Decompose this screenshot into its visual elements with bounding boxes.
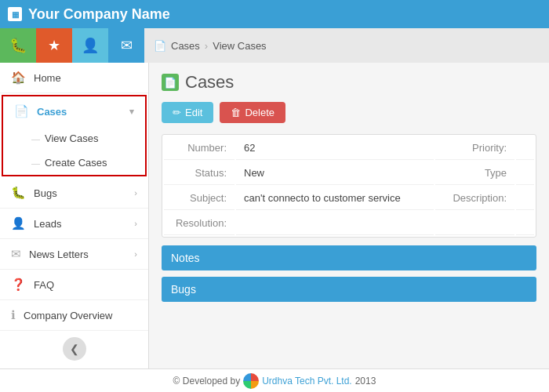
- detail-table: Number: 62 Priority: Status: New Type Su…: [162, 134, 536, 238]
- breadcrumb-page-icon: 📄: [154, 40, 166, 52]
- notes-section-header: Notes: [162, 245, 536, 270]
- number-value: 62: [236, 136, 434, 160]
- sidebar-item-home[interactable]: 🏠 Home: [0, 63, 148, 93]
- user-toolbar-icon[interactable]: 👤: [72, 28, 108, 63]
- footer: © Developed by Urdhva Tech Pvt. Ltd. 201…: [0, 368, 549, 392]
- sidebar-label-cases: Cases: [37, 106, 129, 118]
- table-row: Resolution:: [164, 212, 534, 235]
- table-row: Status: New Type: [164, 162, 534, 185]
- edit-icon: ✏: [173, 107, 181, 118]
- footer-logo: [243, 373, 259, 389]
- subject-value: can't connecto to customer service: [236, 187, 434, 210]
- cases-section: 📄 Cases ▾ View Cases Create Cases: [2, 95, 147, 176]
- breadcrumb-separator: ›: [205, 40, 208, 52]
- description-label: Description:: [435, 187, 514, 210]
- sidebar-item-view-cases[interactable]: View Cases: [3, 126, 145, 151]
- bugs-section-header: Bugs: [162, 277, 536, 302]
- sidebar-item-faq[interactable]: ❓ FAQ: [0, 270, 148, 300]
- description-value: [516, 187, 534, 210]
- sidebar-label-company-overview: Company Overview: [24, 310, 137, 321]
- bugs-icon: 🐛: [11, 186, 26, 200]
- table-row: Subject: can't connecto to customer serv…: [164, 187, 534, 210]
- resolution-label: Resolution:: [164, 212, 235, 235]
- sidebar-label-home: Home: [34, 72, 137, 84]
- subject-label: Subject:: [164, 187, 235, 210]
- star-toolbar-icon[interactable]: ★: [36, 28, 72, 63]
- main-layout: 🏠 Home 📄 Cases ▾ View Cases Create Cases…: [0, 63, 549, 368]
- status-label: Status:: [164, 162, 235, 185]
- action-bar: ✏ Edit 🗑 Delete: [162, 102, 536, 123]
- newsletters-icon: ✉: [11, 247, 21, 261]
- create-cases-label: Create Cases: [45, 157, 107, 169]
- faq-icon: ❓: [11, 278, 26, 292]
- sidebar-label-leads: Leads: [34, 218, 134, 230]
- delete-button[interactable]: 🗑 Delete: [220, 102, 285, 123]
- footer-text: © Developed by: [173, 376, 241, 387]
- priority-label: Priority:: [435, 136, 514, 160]
- breadcrumb-current: View Cases: [213, 40, 266, 52]
- collapse-icon: ❮: [70, 343, 79, 355]
- sidebar-label-newsletters: News Letters: [29, 249, 134, 260]
- resolution-value: [236, 212, 434, 235]
- page-title-area: 📄 Cases: [162, 72, 536, 93]
- sidebar-item-cases[interactable]: 📄 Cases ▾: [3, 96, 145, 126]
- content-area: 📄 Cases ✏ Edit 🗑 Delete Number: 62 Prior…: [149, 63, 549, 368]
- sidebar-item-company-overview[interactable]: ℹ Company Overview: [0, 300, 148, 331]
- icon-bar: 🐛 ★ 👤 ✉ 📄 Cases › View Cases: [0, 28, 549, 63]
- bugs-arrow-icon: ›: [134, 188, 137, 198]
- sidebar-item-leads[interactable]: 👤 Leads ›: [0, 209, 148, 239]
- sidebar-collapse-button[interactable]: ❮: [63, 337, 86, 361]
- breadcrumb-parent[interactable]: Cases: [171, 40, 200, 52]
- edit-button[interactable]: ✏ Edit: [162, 102, 213, 123]
- page-title-icon: 📄: [162, 74, 179, 91]
- type-value: [516, 162, 534, 185]
- company-name: Your Company Name: [28, 6, 170, 23]
- type-label: Type: [435, 162, 514, 185]
- table-row: Number: 62 Priority:: [164, 136, 534, 160]
- view-cases-label: View Cases: [45, 132, 98, 144]
- mail-toolbar-icon[interactable]: ✉: [108, 28, 144, 63]
- company-overview-icon: ℹ: [11, 308, 16, 322]
- number-label: Number:: [164, 136, 235, 160]
- sidebar-label-bugs: Bugs: [34, 187, 134, 199]
- home-icon: 🏠: [11, 71, 26, 85]
- breadcrumb: 📄 Cases › View Cases: [144, 28, 549, 63]
- sidebar-item-create-cases[interactable]: Create Cases: [3, 151, 145, 175]
- leads-arrow-icon: ›: [134, 219, 137, 228]
- footer-link[interactable]: Urdhva Tech Pvt. Ltd.: [262, 376, 352, 387]
- delete-icon: 🗑: [231, 107, 241, 118]
- app-header: ▦ Your Company Name: [0, 0, 549, 28]
- sidebar: 🏠 Home 📄 Cases ▾ View Cases Create Cases…: [0, 63, 149, 368]
- cases-arrow-icon: ▾: [129, 107, 134, 117]
- sidebar-item-newsletters[interactable]: ✉ News Letters ›: [0, 239, 148, 270]
- newsletters-arrow-icon: ›: [134, 249, 137, 259]
- footer-year: 2013: [355, 376, 376, 387]
- page-title: Cases: [185, 72, 234, 93]
- status-value: New: [236, 162, 434, 185]
- cases-icon: 📄: [14, 104, 29, 118]
- bug-toolbar-icon[interactable]: 🐛: [0, 28, 36, 63]
- sidebar-label-faq: FAQ: [34, 279, 137, 291]
- priority-value: [516, 136, 534, 160]
- leads-icon: 👤: [11, 216, 26, 230]
- sidebar-item-bugs[interactable]: 🐛 Bugs ›: [0, 178, 148, 209]
- company-icon: ▦: [8, 7, 22, 21]
